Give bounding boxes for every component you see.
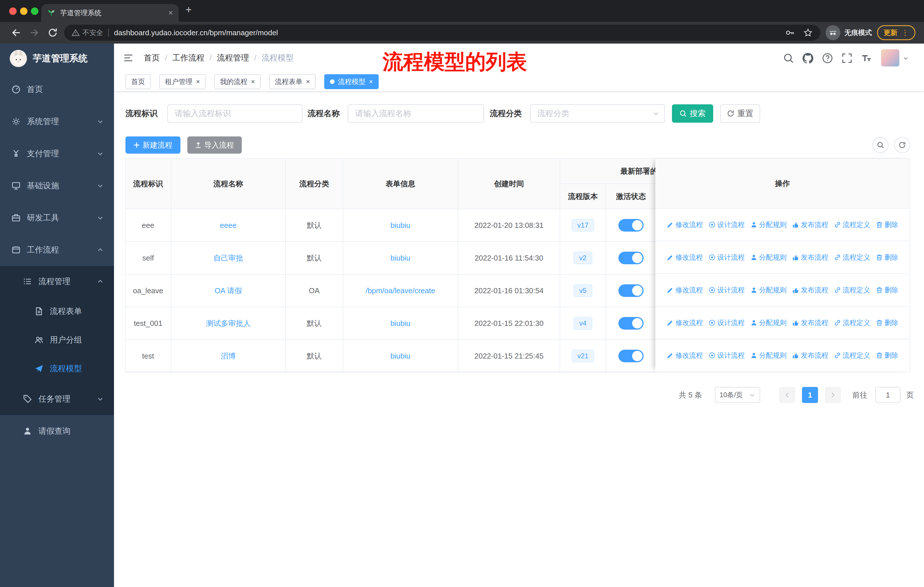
github-icon[interactable]: [803, 53, 813, 64]
publish-process-link[interactable]: 发布流程: [792, 318, 828, 327]
create-process-button[interactable]: 新建流程: [125, 136, 180, 154]
publish-process-link[interactable]: 发布流程: [792, 253, 828, 262]
reset-button[interactable]: 重置: [720, 104, 760, 123]
hamburger-icon[interactable]: [123, 53, 134, 63]
import-process-button[interactable]: 导入流程: [187, 136, 242, 154]
tab-close-icon[interactable]: ×: [168, 9, 173, 17]
sidebar-item-user-group[interactable]: 用户分组: [0, 326, 114, 354]
fullscreen-icon[interactable]: [842, 53, 852, 64]
browser-tab[interactable]: 芋道管理系统 ×: [41, 4, 179, 22]
tag-home[interactable]: 首页: [125, 74, 151, 89]
sidebar-item-process-model[interactable]: 流程模型: [0, 354, 114, 383]
sidebar-item-workflow[interactable]: 工作流程: [0, 234, 114, 266]
font-size-icon[interactable]: [861, 53, 872, 64]
form-info-link[interactable]: biubiu: [390, 221, 410, 230]
tag-process-form[interactable]: 流程表单 ×: [269, 74, 316, 89]
forward-icon[interactable]: [29, 27, 40, 38]
sidebar-item-dev-tools[interactable]: 研发工具: [0, 202, 114, 234]
active-toggle[interactable]: [619, 219, 644, 231]
process-definition-link[interactable]: 流程定义: [834, 351, 870, 360]
password-key-icon[interactable]: [785, 28, 795, 38]
address-bar[interactable]: 不安全 dashboard.yudao.iocoder.cn/bpm/manag…: [64, 25, 820, 41]
breadcrumb-item[interactable]: 流程管理: [217, 53, 249, 63]
incognito-indicator[interactable]: 无痕模式: [825, 25, 872, 40]
menu-dots-icon[interactable]: ⋮: [901, 29, 909, 36]
process-definition-link[interactable]: 流程定义: [834, 220, 870, 229]
sidebar-item-process-form[interactable]: 流程表单: [0, 297, 114, 326]
edit-process-link[interactable]: 修改流程: [667, 351, 703, 360]
assign-rule-link[interactable]: 分配规则: [751, 220, 787, 229]
design-process-link[interactable]: 设计流程: [709, 286, 745, 294]
publish-process-link[interactable]: 发布流程: [792, 351, 828, 360]
delete-link[interactable]: 删除: [876, 220, 898, 229]
sidebar-item-payment[interactable]: 支付管理: [0, 137, 114, 170]
edit-process-link[interactable]: 修改流程: [667, 286, 703, 294]
close-icon[interactable]: ×: [196, 78, 200, 85]
back-icon[interactable]: [10, 27, 22, 38]
assign-rule-link[interactable]: 分配规则: [751, 286, 787, 294]
delete-link[interactable]: 删除: [876, 286, 898, 294]
current-page-button[interactable]: 1: [802, 387, 818, 403]
window-close-button[interactable]: [9, 7, 16, 15]
reload-icon[interactable]: [47, 27, 58, 38]
publish-process-link[interactable]: 发布流程: [792, 220, 828, 229]
delete-link[interactable]: 删除: [876, 318, 898, 327]
sidebar-item-task-mgmt[interactable]: 任务管理: [0, 383, 114, 415]
sidebar-item-leave-query[interactable]: 请假查询: [0, 415, 114, 447]
process-definition-link[interactable]: 流程定义: [834, 318, 870, 327]
breadcrumb-item[interactable]: 工作流程: [172, 53, 205, 63]
assign-rule-link[interactable]: 分配规则: [751, 351, 787, 360]
delete-link[interactable]: 删除: [876, 351, 898, 360]
design-process-link[interactable]: 设计流程: [709, 253, 745, 262]
new-tab-button[interactable]: +: [186, 5, 191, 15]
search-button[interactable]: 搜索: [672, 104, 713, 123]
filter-id-input[interactable]: [167, 104, 302, 123]
active-toggle[interactable]: [619, 251, 644, 264]
edit-process-link[interactable]: 修改流程: [667, 318, 703, 327]
design-process-link[interactable]: 设计流程: [709, 220, 745, 229]
close-icon[interactable]: ×: [369, 78, 373, 85]
bookmark-star-icon[interactable]: [803, 28, 813, 38]
window-zoom-button[interactable]: [31, 7, 38, 15]
avatar[interactable]: [881, 49, 899, 66]
app-logo[interactable]: 芋道管理系统: [0, 43, 114, 73]
process-definition-link[interactable]: 流程定义: [834, 286, 870, 294]
help-icon[interactable]: [822, 53, 833, 64]
delete-link[interactable]: 删除: [876, 253, 898, 262]
form-info-link[interactable]: biubiu: [390, 319, 410, 328]
form-info-link[interactable]: /bpm/oa/leave/create: [366, 286, 436, 295]
form-info-link[interactable]: biubiu: [390, 254, 410, 263]
process-name-link[interactable]: 滔博: [221, 351, 236, 361]
edit-process-link[interactable]: 修改流程: [667, 220, 703, 229]
toggle-search-button[interactable]: [873, 137, 888, 153]
security-indicator[interactable]: 不安全: [72, 28, 103, 37]
process-name-link[interactable]: 测试多审批人: [206, 318, 251, 329]
assign-rule-link[interactable]: 分配规则: [751, 318, 787, 327]
prev-page-button[interactable]: [779, 387, 795, 403]
refresh-table-button[interactable]: [894, 137, 910, 153]
sidebar-item-system[interactable]: 系统管理: [0, 106, 114, 137]
sidebar-item-infrastructure[interactable]: 基础设施: [0, 170, 114, 202]
form-info-link[interactable]: biubiu: [390, 352, 410, 360]
process-name-link[interactable]: 自己审批: [213, 253, 243, 263]
tag-process-model-active[interactable]: 流程模型 ×: [324, 74, 379, 89]
active-toggle[interactable]: [619, 284, 644, 297]
search-icon[interactable]: [783, 53, 794, 64]
filter-category-select[interactable]: 流程分类: [530, 104, 665, 123]
design-process-link[interactable]: 设计流程: [709, 318, 745, 327]
process-name-link[interactable]: eeee: [220, 221, 237, 230]
active-toggle[interactable]: [619, 350, 644, 362]
assign-rule-link[interactable]: 分配规则: [751, 253, 787, 262]
tag-tenant[interactable]: 租户管理 ×: [159, 74, 206, 89]
close-icon[interactable]: ×: [251, 78, 255, 85]
design-process-link[interactable]: 设计流程: [709, 351, 745, 360]
close-icon[interactable]: ×: [306, 78, 310, 85]
process-name-link[interactable]: OA 请假: [214, 286, 242, 296]
edit-process-link[interactable]: 修改流程: [667, 253, 703, 262]
goto-page-input[interactable]: [875, 387, 901, 403]
browser-update-button[interactable]: 更新 ⋮: [877, 25, 916, 40]
window-minimize-button[interactable]: [20, 7, 28, 15]
tag-my-process[interactable]: 我的流程 ×: [214, 74, 261, 89]
next-page-button[interactable]: [825, 387, 841, 403]
publish-process-link[interactable]: 发布流程: [792, 286, 828, 294]
